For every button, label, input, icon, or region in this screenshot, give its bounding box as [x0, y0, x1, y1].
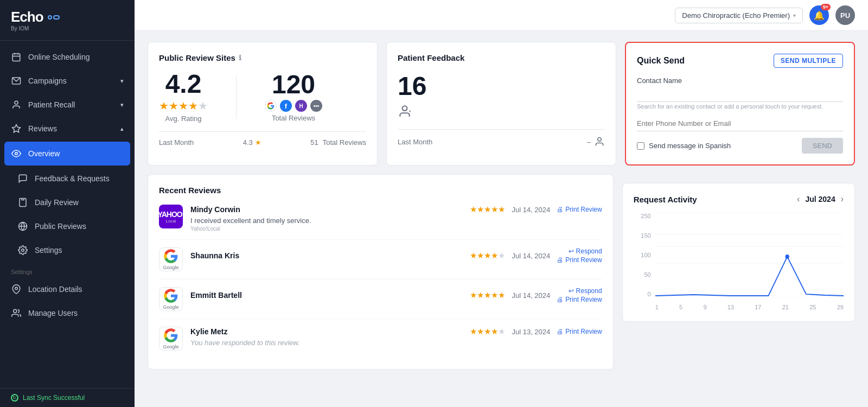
total-reviews-value: 120 [265, 72, 322, 98]
logo-text: Echo [11, 9, 43, 26]
activity-title: Request Activity [634, 195, 697, 204]
reviewer-name: Emmitt Bartell [190, 291, 242, 300]
review-actions: ↩ Respond 🖨 Print Review [557, 287, 602, 303]
phone-email-input[interactable] [637, 116, 843, 131]
activity-header: Request Activity ‹ Jul 2024 › [634, 194, 844, 204]
respond-icon: ↩ [569, 287, 574, 295]
print-review-button[interactable]: 🖨 Print Review [557, 328, 602, 335]
feedback-count: 16 [398, 71, 605, 101]
print-review-button[interactable]: 🖨 Print Review [557, 206, 602, 213]
sidebar-item-patient-recall[interactable]: Patient Recall ▾ [0, 93, 135, 117]
print-icon: 🖨 [557, 296, 563, 303]
healthgrades-icon: H [295, 100, 307, 112]
review-date: Jul 14, 2024 [512, 206, 550, 214]
reviewer-name: Shaunna Kris [190, 251, 239, 260]
reviewer-name: Mindy Corwin [190, 205, 240, 214]
last-month-total: 51 Total Reviews [310, 138, 366, 147]
notification-button[interactable]: 🔔 9+ [809, 5, 829, 25]
respond-button[interactable]: ↩ Respond [569, 247, 602, 255]
print-review-button[interactable]: 🖨 Print Review [557, 296, 602, 303]
globe-icon [17, 221, 28, 232]
header: Demo Chiropractic (Echo Premier) ▾ 🔔 9+ … [135, 0, 868, 31]
respond-icon: ↩ [569, 247, 574, 255]
google-avatar: Google [159, 287, 183, 311]
google-icon [265, 100, 277, 112]
divider [236, 75, 237, 119]
avg-rating-value: 4.2 [159, 71, 208, 97]
logo-container: Echo By IOM [0, 0, 135, 41]
star-icon: ★ [255, 138, 261, 147]
message-icon [17, 173, 28, 184]
table-row: Google Shaunna Kris ★★★★★ Jul 14, 2024 ↩… [159, 240, 602, 279]
facebook-icon: f [280, 100, 292, 112]
patient-feedback-card: Patient Feedback 16 Last Month – [386, 42, 616, 166]
yahoo-avatar: YAHOO! Local [159, 205, 183, 228]
contact-name-field: Contact Name Search for an existing cont… [637, 77, 843, 110]
sidebar-item-label: Online Scheduling [28, 53, 90, 61]
last-month-row: Last Month 4.3 ★ 51 Total Reviews [159, 131, 366, 147]
current-month: Jul 2024 [805, 195, 835, 204]
table-row: Google Emmitt Bartell ★★★★★ Jul 14, 2024… [159, 279, 602, 319]
next-month-button[interactable]: › [841, 194, 844, 204]
sidebar-item-label: Patient Recall [28, 100, 75, 109]
sidebar-item-label: Reviews [28, 124, 57, 133]
prev-month-button[interactable]: ‹ [797, 194, 800, 204]
respond-button[interactable]: ↩ Respond [569, 287, 602, 295]
contact-name-input[interactable] [637, 87, 843, 102]
review-body: Shaunna Kris ★★★★★ Jul 14, 2024 ↩ Respon… [190, 247, 602, 266]
print-review-button[interactable]: 🖨 Print Review [557, 256, 602, 264]
feedback-last-month: Last Month – [398, 129, 605, 147]
svg-point-5 [15, 101, 18, 104]
sidebar-item-online-scheduling[interactable]: Online Scheduling [0, 45, 135, 69]
spanish-checkbox-label[interactable]: Send message in Spanish [637, 142, 731, 150]
review-stars: ★★★★★ [470, 327, 505, 336]
eye-icon [11, 148, 22, 159]
review-date: Jul 14, 2024 [512, 252, 550, 260]
notification-badge: 9+ [821, 4, 831, 10]
sidebar-item-overview[interactable]: Overview [4, 142, 130, 166]
sidebar-item-location-details[interactable]: Location Details [0, 277, 135, 301]
location-icon [11, 284, 22, 295]
svg-point-11 [22, 249, 24, 252]
star-icon [11, 123, 22, 134]
review-actions: 🖨 Print Review [557, 328, 602, 335]
sidebar-item-manage-users[interactable]: Manage Users [0, 301, 135, 325]
sidebar-item-reviews[interactable]: Reviews ▴ [0, 117, 135, 141]
recent-reviews-card: Recent Reviews YAHOO! Local Mindy Corwin… [148, 174, 614, 370]
svg-rect-0 [12, 54, 20, 61]
bell-icon: 🔔 [814, 10, 825, 21]
source-label: Yahoo!Local [190, 226, 602, 232]
chevron-down-icon: ▾ [120, 78, 124, 85]
person-placeholder-icon [594, 136, 605, 147]
form-actions: Send message in Spanish SEND [637, 138, 843, 154]
sidebar-item-feedback-requests[interactable]: Feedback & Requests [0, 167, 135, 190]
review-meta: ★★★★★ Jul 14, 2024 ↩ Respond 🖨 Print Rev… [470, 247, 602, 264]
review-date: Jul 13, 2024 [512, 328, 550, 336]
review-text: You have responded to this review. [190, 339, 602, 347]
review-metrics: 4.2 ★★★★★ Avg. Rating 120 f [159, 71, 366, 123]
sidebar-item-label: Settings [35, 246, 62, 255]
send-button[interactable]: SEND [802, 138, 843, 154]
top-cards-grid: Public Review Sites ℹ 4.2 ★★★★★ Avg. Rat… [148, 42, 855, 166]
avg-rating-block: 4.2 ★★★★★ Avg. Rating [159, 71, 208, 123]
chart-svg [655, 213, 844, 297]
chart-y-labels: 250 150 100 50 0 [634, 213, 651, 297]
review-meta: ★★★★★ Jul 14, 2024 🖨 Print Review [470, 205, 602, 214]
send-multiple-button[interactable]: SEND MULTIPLE [774, 54, 843, 68]
public-review-sites-card: Public Review Sites ℹ 4.2 ★★★★★ Avg. Rat… [148, 42, 378, 166]
review-actions: 🖨 Print Review [557, 206, 602, 213]
review-stars: ★★★★★ [470, 290, 505, 300]
google-avatar: Google [159, 327, 183, 351]
sync-icon [11, 394, 18, 402]
content-area: Public Review Sites ℹ 4.2 ★★★★★ Avg. Rat… [135, 31, 868, 380]
sidebar-item-public-reviews[interactable]: Public Reviews [0, 214, 135, 238]
more-platforms-icon: ••• [310, 100, 322, 112]
sidebar-item-settings[interactable]: Settings [0, 238, 135, 262]
bottom-grid: Recent Reviews YAHOO! Local Mindy Corwin… [148, 174, 855, 370]
sidebar-item-campaigns[interactable]: Campaigns ▾ [0, 69, 135, 93]
sidebar-item-daily-review[interactable]: Daily Review [0, 190, 135, 214]
location-selector[interactable]: Demo Chiropractic (Echo Premier) ▾ [675, 8, 803, 23]
spanish-checkbox[interactable] [637, 142, 644, 150]
contact-name-hint: Search for an existing contact or add a … [637, 103, 843, 110]
logo-sub: By IOM [11, 26, 124, 31]
